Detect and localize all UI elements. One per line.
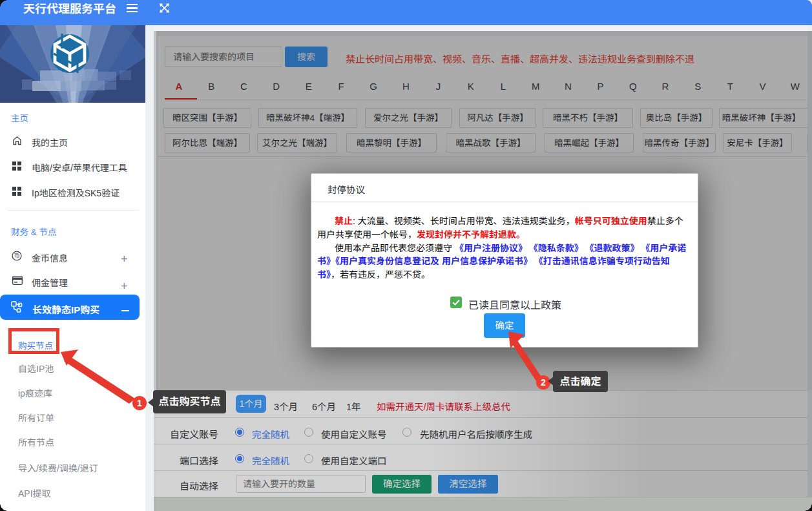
svg-text:币: 币 (14, 251, 20, 260)
